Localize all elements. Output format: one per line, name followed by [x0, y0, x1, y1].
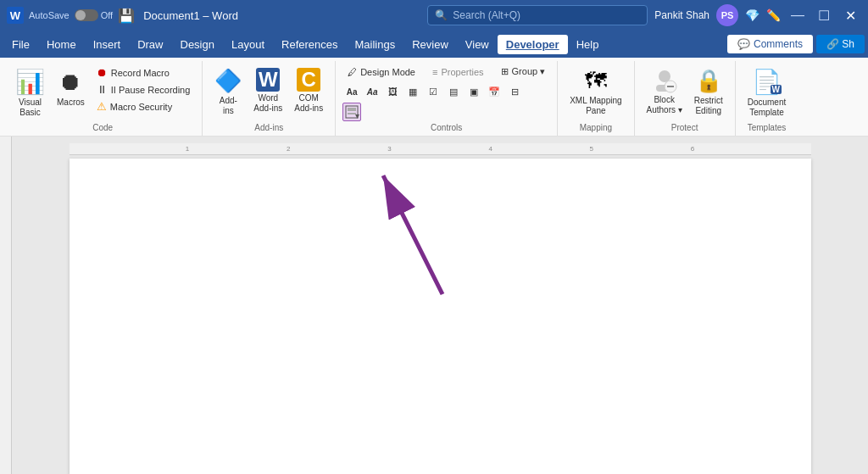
add-ins-button[interactable]: 🔷 Add-ins [209, 64, 247, 120]
record-macro-label: Record Macro [111, 68, 170, 78]
vb-label: VisualBasic [19, 98, 42, 118]
com-addins-button[interactable]: C COMAdd-ins [289, 64, 328, 117]
ctrl-legacy-btn[interactable]: ▾ [342, 103, 361, 121]
addins-group-label: Add-ins [209, 123, 328, 136]
macros-icon: ⏺ [58, 68, 82, 96]
macro-stack: ⏺ Record Macro ⏸ II Pause Recording ⚠ Ma… [92, 64, 196, 114]
document-scroll-area[interactable]: 1 2 3 4 5 6 [12, 137, 868, 474]
group-icon: ⊞ [501, 66, 509, 77]
menu-view[interactable]: View [457, 35, 498, 54]
macro-security-button[interactable]: ⚠ Macro Security [92, 98, 196, 114]
search-icon: 🔍 [435, 9, 448, 21]
macros-label: Macros [57, 98, 85, 108]
properties-label: Properties [441, 67, 483, 77]
pause-icon: ⏸ [97, 83, 108, 96]
menu-right-actions: 💬 Comments 🔗 Sh [727, 35, 865, 53]
document-page[interactable] [70, 159, 811, 474]
controls-group-label: Controls [342, 123, 550, 136]
xml-mapping-icon: 🗺 [585, 68, 607, 94]
ctrl-combo-btn[interactable]: ▤ [444, 82, 463, 101]
ribbon-group-addins: 🔷 Add-ins W WordAdd-ins C COMAdd-ins Add… [203, 61, 336, 136]
macro-security-label: Macro Security [110, 102, 172, 112]
design-mode-label: Design Mode [360, 67, 415, 77]
restrict-editing-icon: 🔒 [695, 68, 722, 94]
minimize-button[interactable]: — [787, 6, 808, 25]
word-addins-label: WordAdd-ins [253, 93, 282, 114]
ctrl-checkbox-btn[interactable]: ☑ [424, 82, 442, 101]
ribbon: 📊 VisualBasic ⏺ Macros ⏺ Record Macro ⏸ … [0, 58, 868, 137]
ctrl-table-btn[interactable]: ▦ [403, 82, 422, 101]
doc-template-label: DocumentTemplate [748, 98, 787, 118]
comments-button[interactable]: 💬 Comments [727, 35, 813, 53]
xml-mapping-pane-button[interactable]: 🗺 XML MappingPane [565, 64, 626, 120]
title-bar-right: Pankit Shah PS 💎 ✏️ — ☐ ✕ [654, 4, 861, 26]
menu-insert[interactable]: Insert [85, 35, 130, 54]
word-icon: W [7, 7, 24, 24]
record-macro-icon: ⏺ [97, 66, 108, 79]
title-bar-left: W AutoSave Off 💾 Document1 – Word [7, 7, 420, 24]
macros-button[interactable]: ⏺ Macros [52, 64, 90, 111]
menu-references[interactable]: References [273, 35, 346, 54]
group-button[interactable]: ⊞ Group ▾ [496, 64, 551, 79]
search-placeholder: Search (Alt+Q) [453, 9, 520, 21]
ctrl-date-btn[interactable]: 📅 [485, 82, 504, 101]
pen-icon[interactable]: ✏️ [766, 8, 781, 22]
ctrl-richtext-btn[interactable]: Aa [363, 82, 381, 101]
menu-draw[interactable]: Draw [129, 35, 171, 54]
search-box[interactable]: 🔍 Search (Alt+Q) [427, 5, 648, 25]
visual-basic-button[interactable]: 📊 VisualBasic [10, 64, 50, 121]
toggle-state: Off [101, 10, 113, 20]
menu-review[interactable]: Review [403, 35, 457, 54]
record-macro-button[interactable]: ⏺ Record Macro [92, 64, 196, 81]
menu-layout[interactable]: Layout [223, 35, 273, 54]
restore-button[interactable]: ☐ [815, 6, 833, 25]
user-name: Pankit Shah [654, 9, 709, 21]
templates-group-label: Templates [743, 123, 792, 136]
ruler-tick-2: 2 [238, 145, 339, 153]
document-area: 1 2 3 4 5 6 [0, 137, 868, 474]
controls-grid: Aa Aa 🖼 ▦ ☑ ▤ ▣ 📅 ⊟ ▾ [342, 82, 529, 121]
ruler-tick-3: 3 [339, 145, 440, 153]
properties-button[interactable]: ≡ Properties [427, 65, 489, 79]
menu-design[interactable]: Design [172, 35, 223, 54]
block-authors-icon [652, 68, 677, 93]
pause-recording-button[interactable]: ⏸ II Pause Recording [92, 81, 196, 98]
menu-home[interactable]: Home [38, 35, 85, 54]
design-mode-button[interactable]: 🖊 Design Mode [342, 65, 420, 79]
protect-content: BlockAuthors ▾ 🔒 RestrictEditing [642, 61, 728, 121]
block-authors-button[interactable]: BlockAuthors ▾ [642, 64, 687, 119]
ctrl-text-btn[interactable]: Aa [342, 82, 361, 101]
restrict-editing-label: RestrictEditing [694, 96, 723, 116]
code-group-content: 📊 VisualBasic ⏺ Macros ⏺ Record Macro ⏸ … [10, 61, 195, 121]
diamond-icon[interactable]: 💎 [745, 8, 760, 22]
toggle-knob [75, 10, 86, 20]
avatar: PS [716, 4, 738, 26]
ctrl-dropdown-btn[interactable]: ▣ [465, 82, 483, 101]
ctrl-content-btn[interactable]: ⊟ [505, 82, 524, 101]
menu-mailings[interactable]: Mailings [347, 35, 404, 54]
autosave-switch[interactable] [75, 9, 98, 21]
block-authors-label: BlockAuthors ▾ [647, 95, 682, 115]
restrict-editing-button[interactable]: 🔒 RestrictEditing [689, 64, 728, 120]
comment-icon: 💬 [737, 38, 750, 50]
ruler-tick-1: 1 [137, 145, 238, 153]
share-button[interactable]: 🔗 Sh [816, 35, 865, 53]
document-template-button[interactable]: 📄 W DocumentTemplate [743, 64, 792, 121]
menu-help[interactable]: Help [568, 35, 608, 54]
word-addins-button[interactable]: W WordAdd-ins [248, 64, 287, 117]
word-badge: W [771, 85, 782, 94]
autosave-toggle[interactable]: Off [75, 9, 113, 21]
dropdown-arrow: ▾ [355, 111, 359, 120]
title-bar: W AutoSave Off 💾 Document1 – Word 🔍 Sear… [0, 0, 868, 31]
menu-file[interactable]: File [3, 35, 38, 54]
menu-developer[interactable]: Developer [498, 35, 568, 54]
save-button[interactable]: 💾 [118, 8, 135, 24]
mapping-group-label: Mapping [565, 123, 626, 136]
templates-content: 📄 W DocumentTemplate [743, 61, 792, 121]
arrow-annotation [358, 159, 459, 311]
ribbon-group-code: 📊 VisualBasic ⏺ Macros ⏺ Record Macro ⏸ … [3, 61, 203, 136]
close-button[interactable]: ✕ [840, 6, 861, 25]
ctrl-image-btn[interactable]: 🖼 [383, 82, 402, 101]
ruler-top: 1 2 3 4 5 6 [70, 143, 811, 155]
comments-label: Comments [754, 38, 803, 50]
